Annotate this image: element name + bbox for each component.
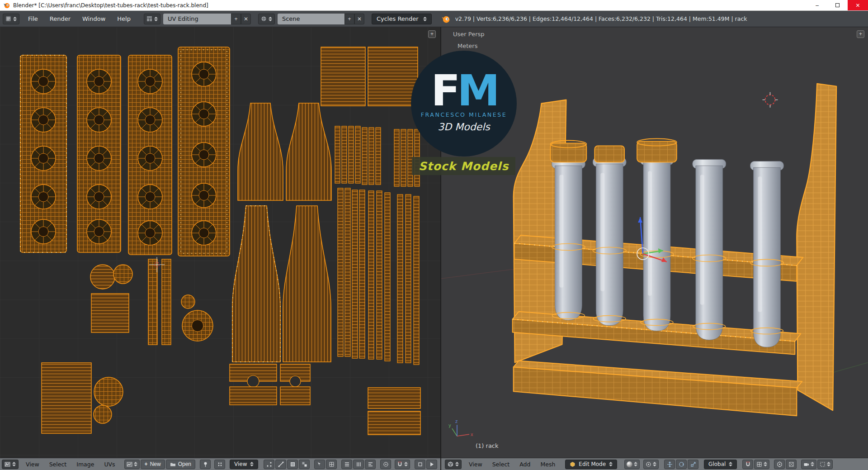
render-preview-button[interactable] — [801, 460, 816, 469]
maximize-button[interactable] — [827, 0, 848, 10]
manipulator-rotate-button[interactable] — [676, 460, 687, 469]
layout-add-button[interactable]: + — [231, 14, 241, 24]
scene-icon — [261, 16, 267, 22]
display-channel-button[interactable] — [341, 460, 352, 469]
viewport-3d-icon — [448, 461, 453, 467]
render-engine-dropdown[interactable]: Cycles Render — [372, 14, 432, 24]
blender-window: Blender* [C:\Users\franc\Desktop\test-tu… — [0, 0, 868, 470]
scene-add-button[interactable]: + — [344, 14, 354, 24]
uv-editor-type-button[interactable] — [2, 460, 19, 469]
image-browse-button[interactable] — [124, 460, 140, 469]
info-editor-icon — [5, 16, 11, 22]
render-slot-button[interactable] — [426, 460, 437, 469]
test-tube — [693, 159, 726, 340]
browse-arrows-icon — [250, 462, 254, 466]
watermark-banner: Stock Models — [412, 157, 515, 175]
viewport-header: View Select Add Mesh Edit Mode — [441, 458, 868, 470]
watermark-initials: FM — [431, 72, 496, 110]
island-select-icon — [302, 461, 307, 467]
close-button[interactable]: ✕ — [848, 0, 868, 10]
snap-element-dropdown[interactable] — [754, 460, 769, 469]
occlude-wire-button[interactable] — [786, 460, 797, 469]
repeat-image-button[interactable] — [353, 460, 364, 469]
viewport-editor-type-button[interactable] — [445, 460, 462, 469]
watermark-tagline: 3D Models — [438, 121, 490, 133]
mode-dropdown[interactable]: Edit Mode — [565, 460, 617, 469]
image-open-button[interactable]: Open — [166, 460, 195, 469]
render-border-icon — [820, 461, 826, 467]
snap-grid-button[interactable] — [326, 460, 337, 469]
uv-region-expand-button[interactable]: + — [428, 30, 436, 38]
viewport-region-expand-button[interactable]: + — [857, 30, 864, 38]
uv-menu-view[interactable]: View — [21, 461, 44, 468]
uv-menu-uvs[interactable]: UVs — [99, 461, 119, 468]
menu-window[interactable]: Window — [76, 15, 111, 22]
view3d-menu-view[interactable]: View — [464, 461, 487, 468]
mode-value: Edit Mode — [579, 461, 606, 467]
uv-island-board-2[interactable] — [77, 55, 121, 252]
draw-type-button[interactable] — [365, 460, 376, 469]
proportional-edit-button[interactable] — [380, 460, 391, 469]
snap-target-dropdown[interactable] — [415, 460, 425, 469]
uv-menu-image[interactable]: Image — [72, 461, 99, 468]
image-new-button[interactable]: + New — [141, 460, 165, 469]
uv-pivot-dropdown[interactable]: View — [230, 460, 258, 469]
viewport-shading-dropdown[interactable] — [624, 460, 640, 469]
repeat-icon — [356, 461, 362, 467]
layout-delete-button[interactable]: ✕ — [241, 14, 251, 24]
watermark-initial-f: F — [431, 66, 457, 115]
uv-island-board-4[interactable] — [178, 47, 230, 256]
uv-canvas[interactable] — [0, 27, 440, 458]
snap-toggle-button[interactable] — [395, 460, 410, 469]
uv-face-select-button[interactable] — [287, 460, 298, 469]
browse-arrows-icon — [634, 462, 637, 466]
uv-island-select-button[interactable] — [299, 460, 310, 469]
uv-vertex-select-button[interactable] — [264, 460, 274, 469]
manipulator-translate-button[interactable] — [664, 460, 675, 469]
uv-island-board-1[interactable] — [20, 55, 66, 252]
uv-island-board-3[interactable] — [128, 55, 172, 255]
menu-file[interactable]: File — [22, 15, 44, 22]
transform-orientation-dropdown[interactable]: Global — [704, 460, 737, 469]
view3d-menu-select[interactable]: Select — [488, 461, 514, 468]
sticky-select-icon — [217, 461, 223, 467]
maximize-icon — [835, 3, 840, 7]
uv-island-plank-1[interactable] — [321, 47, 365, 106]
minimize-button[interactable]: – — [807, 0, 827, 10]
menu-render[interactable]: Render — [44, 15, 76, 22]
uv-island-long-strips[interactable] — [338, 188, 419, 365]
uv-island-bottom-right[interactable] — [368, 388, 420, 435]
window-controls: – ✕ — [807, 0, 868, 10]
manipulator-scale-button[interactable] — [688, 460, 698, 469]
uv-edge-select-button[interactable] — [275, 460, 286, 469]
limit-selection-button[interactable] — [774, 460, 785, 469]
browse-arrows-icon — [609, 462, 613, 466]
info-header: File Render Window Help UV Editing + ✕ — [0, 11, 868, 27]
browse-arrows-icon — [423, 17, 427, 21]
layout-browse-button[interactable] — [144, 14, 160, 24]
view3d-menu-add[interactable]: Add — [515, 461, 535, 468]
scene-browse-button[interactable] — [258, 14, 275, 24]
pivot-point-dropdown[interactable] — [643, 460, 659, 469]
snap-toggle-button[interactable] — [742, 460, 753, 469]
sticky-selection-button[interactable] — [214, 460, 225, 469]
render-border-button[interactable] — [817, 460, 833, 469]
browse-arrows-icon — [729, 462, 732, 466]
magnet-icon — [397, 461, 403, 467]
uv-island-plank-2[interactable] — [368, 47, 418, 106]
edit-mode-icon — [570, 461, 576, 467]
info-editor-type-button[interactable] — [3, 14, 19, 24]
limit-visible-icon — [777, 461, 783, 467]
shading-sphere-icon — [627, 461, 632, 467]
scene-delete-button[interactable]: ✕ — [354, 14, 364, 24]
blender-logo-icon — [442, 15, 450, 23]
layout-name-field[interactable]: UV Editing — [163, 14, 231, 24]
image-pin-button[interactable] — [200, 460, 211, 469]
svg-text:x: x — [471, 432, 473, 437]
uv-menu-select[interactable]: Select — [45, 461, 71, 468]
view3d-menu-mesh[interactable]: Mesh — [536, 461, 560, 468]
menu-help[interactable]: Help — [111, 15, 137, 22]
blender-app-icon — [3, 2, 10, 9]
scene-name-field[interactable]: Scene — [278, 14, 344, 24]
sync-selection-button[interactable] — [314, 460, 325, 469]
